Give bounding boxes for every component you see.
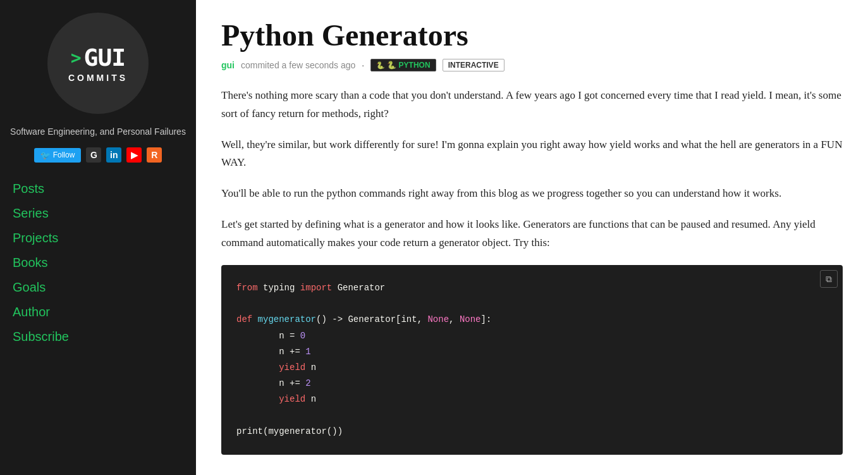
twitter-follow-label: Follow <box>53 151 75 159</box>
social-row: 🐦 Follow G in ▶ R <box>34 147 162 163</box>
code-line-4: n += 1 <box>236 344 828 360</box>
twitter-follow-button[interactable]: 🐦 Follow <box>34 148 82 163</box>
post-body: There's nothing more scary than a code t… <box>221 87 843 252</box>
post-meta-separator: · <box>362 60 364 70</box>
code-line-7: yield n <box>236 392 828 407</box>
code-pre: from typing import Generator def mygener… <box>221 265 843 455</box>
tag-python[interactable]: 🐍 PYTHON <box>370 59 436 71</box>
post-meta: gui commited a few seconds ago · 🐍 PYTHO… <box>221 59 843 71</box>
logo-gui-text: GUI <box>84 44 126 71</box>
code-line-2: def mygenerator() -> Generator[int, None… <box>236 312 828 328</box>
sidebar-item-subscribe[interactable]: Subscribe <box>10 326 186 348</box>
main-content: Python Generators gui commited a few sec… <box>196 0 868 475</box>
rss-icon[interactable]: R <box>147 147 162 163</box>
post-paragraph-0: There's nothing more scary than a code t… <box>221 87 843 123</box>
twitter-bird-icon: 🐦 <box>40 151 51 160</box>
sidebar-item-series[interactable]: Series <box>10 202 186 225</box>
code-line-1 <box>236 296 828 312</box>
logo-commits-text: COMMITS <box>68 73 128 83</box>
sidebar-item-author[interactable]: Author <box>10 301 186 323</box>
sidebar-item-books[interactable]: Books <box>10 252 186 274</box>
sidebar-nav: PostsSeriesProjectsBooksGoalsAuthorSubsc… <box>10 178 186 348</box>
youtube-icon[interactable]: ▶ <box>126 147 142 163</box>
copy-button[interactable]: ⧉ <box>820 270 838 288</box>
logo: > GUI COMMITS <box>47 13 149 114</box>
tagline: Software Engineering, and Personal Failu… <box>10 125 186 139</box>
post-paragraph-1: Well, they're similar, but work differen… <box>221 136 843 173</box>
sidebar: > GUI COMMITS Software Engineering, and … <box>0 0 196 475</box>
linkedin-icon[interactable]: in <box>106 147 121 163</box>
sidebar-item-projects[interactable]: Projects <box>10 227 186 249</box>
sidebar-item-goals[interactable]: Goals <box>10 276 186 299</box>
code-line-3: n = 0 <box>236 328 828 344</box>
code-line-6: n += 2 <box>236 376 828 392</box>
sidebar-item-posts[interactable]: Posts <box>10 178 186 200</box>
code-line-8 <box>236 408 828 424</box>
github-icon[interactable]: G <box>86 147 101 163</box>
post-time: commited a few seconds ago <box>241 60 355 70</box>
tag-interactive[interactable]: INTERACTIVE <box>443 59 504 71</box>
post-author[interactable]: gui <box>221 60 235 70</box>
post-title: Python Generators <box>221 19 843 52</box>
code-line-9: print(mygenerator()) <box>236 424 828 440</box>
post-paragraph-3: Let's get started by defining what is a … <box>221 216 843 252</box>
code-block: ⧉ from typing import Generator def mygen… <box>221 265 843 455</box>
logo-arrow: > <box>71 47 82 68</box>
code-line-5: yield n <box>236 360 828 376</box>
code-line-0: from typing import Generator <box>236 280 828 296</box>
post-paragraph-2: You'll be able to run the python command… <box>221 185 843 203</box>
